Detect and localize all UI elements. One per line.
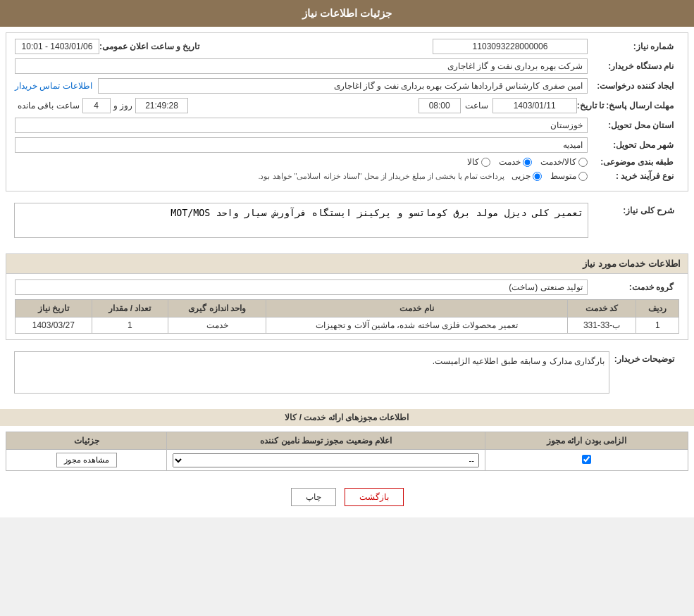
announce-label: تاریخ و ساعت اعلان عمومی: — [99, 42, 205, 51]
permits-separator: اطلاعات مجوزهای ارائه خدمت / کالا — [0, 409, 694, 426]
services-table: ردیف کد خدمت نام خدمت واحد اندازه گیری ت… — [15, 299, 679, 334]
purchase-type-medium-label: متوسط — [550, 171, 576, 181]
response-time-label: ساعت — [465, 101, 488, 111]
page-title: جزئیات اطلاعات نیاز — [302, 7, 392, 19]
countdown-days-label: روز و — [113, 101, 132, 111]
mandatory-checkbox[interactable] — [582, 455, 591, 464]
services-section-header: اطلاعات خدمات مورد نیاز — [6, 254, 688, 274]
province-value: خوزستان — [15, 118, 588, 133]
col-details: جزئیات — [6, 432, 167, 450]
purchase-type-radio-group: متوسط جزیی — [512, 171, 588, 181]
cell-service-name: تعمیر محصولات فلزی ساخته شده، ماشین آلات… — [266, 318, 568, 334]
response-date: 1403/01/11 — [492, 98, 577, 113]
purchase-type-partial[interactable]: جزیی — [512, 171, 542, 181]
response-time: 08:00 — [419, 98, 461, 113]
category-service-label: خدمت — [499, 157, 521, 167]
view-permit-button[interactable]: مشاهده مجوز — [56, 453, 117, 467]
cell-quantity: 1 — [92, 318, 168, 334]
need-description-label: شرح کلی نیاز: — [588, 203, 680, 215]
bottom-buttons-area: بازگشت چاپ — [0, 477, 694, 517]
city-value: امیدیه — [15, 137, 588, 153]
purchase-type-medium[interactable]: متوسط — [550, 171, 588, 181]
col-service-name: نام خدمت — [266, 300, 568, 318]
print-button[interactable]: چاپ — [291, 488, 336, 506]
table-row: 1 ب-33-331 تعمیر محصولات فلزی ساخته شده،… — [16, 318, 679, 334]
cell-details[interactable]: مشاهده مجوز — [6, 450, 167, 471]
purchase-type-label: نوع فرآیند خرید : — [588, 171, 679, 181]
buyer-org: شرکت بهره برداری نفت و گاز اغاجاری — [15, 58, 588, 74]
category-goods[interactable]: کالا — [467, 157, 490, 167]
col-status: اعلام وضعیت مجوز توسط نامین کننده — [167, 432, 485, 450]
category-goods-service[interactable]: کالا/خدمت — [540, 157, 588, 167]
countdown-suffix: ساعت باقی مانده — [18, 101, 80, 111]
countdown-time: 21:49:28 — [135, 98, 188, 113]
category-service[interactable]: خدمت — [499, 157, 532, 167]
cell-mandatory — [485, 450, 688, 471]
buyer-notes-text: بارگذاری مدارک و سابقه طبق اطلاعیه الزام… — [14, 351, 609, 394]
category-goods-service-label: کالا/خدمت — [540, 157, 576, 167]
buyer-org-label: نام دستگاه خریدار: — [588, 61, 679, 71]
service-group-label: گروه خدمت: — [588, 282, 679, 292]
response-deadline-label: مهلت ارسال پاسخ: تا تاریخ: — [577, 101, 679, 111]
cell-need-date: 1403/03/27 — [16, 318, 92, 334]
category-label: طبقه بندی موضوعی: — [588, 157, 679, 167]
creator-name: امین صفری کارشناس قراردادها شرکت بهره بر… — [98, 78, 588, 94]
need-description-text — [14, 203, 588, 238]
col-mandatory: الزامی بودن ارائه مجوز — [485, 432, 688, 450]
purchase-type-note: پرداخت تمام یا بخشی از مبلغ خریدار از مح… — [15, 172, 504, 181]
need-number: 1103093228000006 — [433, 39, 588, 54]
col-unit: واحد اندازه گیری — [168, 300, 266, 318]
countdown-days: 4 — [82, 98, 111, 113]
buyer-notes-label: توضیحات خریدار: — [609, 351, 680, 364]
col-row-num: ردیف — [636, 300, 679, 318]
buyer-notes-area: توضیحات خریدار: بارگذاری مدارک و سابقه ط… — [6, 346, 688, 403]
main-info-section: شماره نیاز: 1103093228000006 تاریخ و ساع… — [6, 32, 688, 191]
col-service-code: کد خدمت — [567, 300, 636, 318]
service-group-value: تولید صنعتی (ساخت) — [15, 279, 588, 295]
contact-link[interactable]: اطلاعات تماس خریدار — [15, 81, 92, 91]
table-row: -- مشاهده مجوز — [6, 450, 688, 471]
announce-value: 1403/01/06 - 10:01 — [15, 39, 99, 54]
permits-area: الزامی بودن ارائه مجوز اعلام وضعیت مجوز … — [6, 432, 688, 471]
cell-unit: خدمت — [168, 318, 266, 334]
cell-row-num: 1 — [636, 318, 679, 334]
page-header: جزئیات اطلاعات نیاز — [0, 0, 694, 27]
need-description-area: شرح کلی نیاز: — [6, 197, 688, 248]
city-label: شهر محل تحویل: — [588, 140, 679, 150]
creator-label: ایجاد کننده درخواست: — [588, 81, 679, 91]
province-label: استان محل تحویل: — [588, 120, 679, 130]
cell-status[interactable]: -- — [167, 450, 485, 471]
status-select[interactable]: -- — [173, 453, 478, 467]
col-quantity: تعداد / مقدار — [92, 300, 168, 318]
purchase-type-partial-label: جزیی — [512, 171, 531, 181]
services-section: اطلاعات خدمات مورد نیاز گروه خدمت: تولید… — [6, 253, 688, 340]
cell-service-code: ب-33-331 — [567, 318, 636, 334]
need-number-label: شماره نیاز: — [588, 42, 679, 51]
back-button[interactable]: بازگشت — [345, 488, 404, 506]
col-need-date: تاریخ نیاز — [16, 300, 92, 318]
category-goods-label: کالا — [467, 157, 479, 167]
permits-table: الزامی بودن ارائه مجوز اعلام وضعیت مجوز … — [6, 432, 688, 471]
category-radio-group: کالا/خدمت خدمت کالا — [467, 157, 588, 167]
